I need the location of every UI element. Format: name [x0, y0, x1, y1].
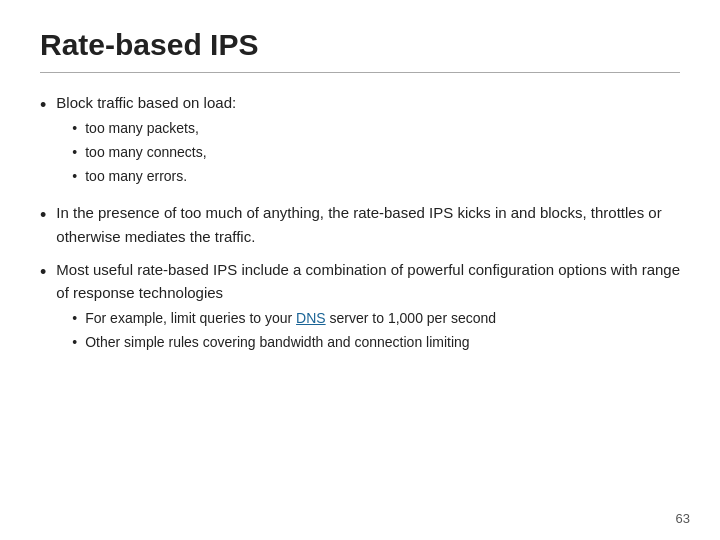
sub-text-1-1: too many packets,: [85, 118, 199, 140]
bullet-1-text: Block traffic based on load:: [56, 94, 236, 111]
bullet-3-dot: •: [40, 259, 46, 286]
sub-dot-3-1: •: [72, 308, 77, 330]
sub-bullets-3: • For example, limit queries to your DNS…: [72, 308, 680, 353]
bullet-1-content: Block traffic based on load: • too many …: [56, 91, 236, 191]
sub-text-3-2: Other simple rules covering bandwidth an…: [85, 332, 469, 354]
sub-dot-3-2: •: [72, 332, 77, 354]
page-number: 63: [676, 511, 690, 526]
sub-bullet-3-1: • For example, limit queries to your DNS…: [72, 308, 680, 330]
sub-dot-1-2: •: [72, 142, 77, 164]
sub-bullet-1-2: • too many connects,: [72, 142, 236, 164]
bullet-1: • Block traffic based on load: • too man…: [40, 91, 680, 191]
sub-bullets-1: • too many packets, • too many connects,…: [72, 118, 236, 187]
sub-dot-1-3: •: [72, 166, 77, 188]
title-divider: [40, 72, 680, 73]
slide: Rate-based IPS • Block traffic based on …: [0, 0, 720, 540]
sub-dot-1-1: •: [72, 118, 77, 140]
sub-bullet-1-3: • too many errors.: [72, 166, 236, 188]
bullet-2-content: In the presence of too much of anything,…: [56, 201, 680, 248]
sub-text-1-3: too many errors.: [85, 166, 187, 188]
dns-link[interactable]: DNS: [296, 310, 326, 326]
bullet-3: • Most useful rate-based IPS include a c…: [40, 258, 680, 358]
bullet-2: • In the presence of too much of anythin…: [40, 201, 680, 248]
content-area: • Block traffic based on load: • too man…: [40, 91, 680, 358]
sub-text-3-1-before: For example, limit queries to your: [85, 310, 296, 326]
bullet-3-content: Most useful rate-based IPS include a com…: [56, 258, 680, 358]
bullet-1-dot: •: [40, 92, 46, 119]
sub-bullet-1-1: • too many packets,: [72, 118, 236, 140]
sub-text-1-2: too many connects,: [85, 142, 206, 164]
sub-text-3-1-after: server to 1,000 per second: [326, 310, 496, 326]
bullet-2-text: In the presence of too much of anything,…: [56, 204, 661, 244]
sub-text-3-1: For example, limit queries to your DNS s…: [85, 308, 496, 330]
slide-title: Rate-based IPS: [40, 28, 680, 62]
bullet-2-dot: •: [40, 202, 46, 229]
bullet-3-text: Most useful rate-based IPS include a com…: [56, 261, 680, 301]
sub-bullet-3-2: • Other simple rules covering bandwidth …: [72, 332, 680, 354]
